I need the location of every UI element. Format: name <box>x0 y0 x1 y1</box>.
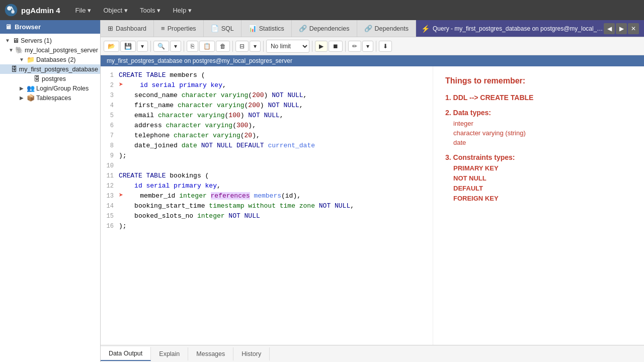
code-line-10: 10 <box>101 161 433 171</box>
line-num-9: 9 <box>101 151 119 161</box>
sidebar-tree: ▼ 🖥 Servers (1) ▼ 🐘 my_local_postgres_se… <box>0 34 100 362</box>
note-sub-2-2: date <box>453 139 632 146</box>
close-tab-button[interactable]: ✕ <box>628 23 639 34</box>
content-area: ⊞ Dashboard ≡ Properties 📄 SQL 📊 Statist… <box>101 20 644 362</box>
dbpath-label: my_first_postgres_database on postgres@m… <box>107 57 292 64</box>
toolbar-sep-1 <box>150 41 151 52</box>
sidebar-header: 🖥 Browser <box>0 20 100 34</box>
code-line-7: 7 telephone character varying(20), <box>101 131 433 141</box>
tab-sql[interactable]: 📄 SQL <box>204 20 242 37</box>
search-dropdown-button[interactable]: ▾ <box>170 41 181 52</box>
tree-item-loginroles[interactable]: ▶ 👥 Login/Group Roles <box>0 83 100 93</box>
line-num-3: 3 <box>101 90 119 101</box>
tab-statistics[interactable]: 📊 Statistics <box>242 20 292 37</box>
query-tab[interactable]: ⚡ Query - my_first_postgres_database on … <box>416 20 644 37</box>
query-tab-label: Query - my_first_postgres_database on po… <box>433 25 604 32</box>
bottom-tabs: Data Output Explain Messages History <box>101 345 644 362</box>
btab-messages[interactable]: Messages <box>188 347 233 360</box>
toolbar-sep-7 <box>376 41 376 52</box>
line-content-7: telephone character varying(20), <box>119 131 433 141</box>
open-file-button[interactable]: 📂 <box>104 41 119 52</box>
help-menu[interactable]: Help ▾ <box>168 5 197 16</box>
limit-select[interactable]: No limit 100 rows 500 rows 1000 rows <box>266 40 309 53</box>
next-tab-button[interactable]: ▶ <box>616 23 627 34</box>
tab-dependencies[interactable]: 🔗 Dependencies <box>292 20 357 37</box>
tree-item-servers[interactable]: ▼ 🖥 Servers (1) <box>0 36 100 45</box>
tree-item-postgres[interactable]: 🗄 postgres <box>0 74 100 83</box>
edit-dropdown-button[interactable]: ▾ <box>362 41 373 52</box>
tools-menu[interactable]: Tools ▾ <box>135 5 166 16</box>
postgres-icon: 🗄 <box>34 75 40 82</box>
dashboard-icon: ⊞ <box>108 25 113 32</box>
toolbar-sep-4 <box>263 41 264 52</box>
db1-icon: 🗄 <box>11 65 18 73</box>
file-menu[interactable]: File ▾ <box>70 5 97 16</box>
tab-sql-label: SQL <box>221 25 234 32</box>
btab-explain[interactable]: Explain <box>151 347 188 360</box>
code-line-9: 9 ); <box>101 151 433 161</box>
save-dropdown-button[interactable]: ▾ <box>137 41 148 52</box>
code-line-2: 2 ➤ id serial primary key, <box>101 80 433 90</box>
svg-point-1 <box>7 6 12 11</box>
tab-properties[interactable]: ≡ Properties <box>154 20 204 37</box>
tree-item-server1[interactable]: ▼ 🐘 my_local_postgres_server <box>0 45 100 55</box>
tab-dependencies-label: Dependencies <box>309 25 350 32</box>
toolbar: 📂 💾 ▾ 🔍 ▾ ⎘ 📋 🗑 ⊟ ▾ No limit 100 rows 50… <box>101 37 644 55</box>
toolbar-sep-6 <box>345 41 346 52</box>
code-line-13: 13 ➤ member_id integer references member… <box>101 191 433 201</box>
line-num-4: 4 <box>101 101 119 111</box>
tree-toggle-databases[interactable]: ▼ <box>18 57 25 62</box>
code-editor[interactable]: 1 CREATE TABLE members ( 2 ➤ id serial p… <box>101 66 433 345</box>
line-num-5: 5 <box>101 111 119 121</box>
tree-toggle-server1[interactable]: ▼ <box>9 47 14 53</box>
note-sub-2-0: integer <box>453 120 632 127</box>
toolbar-sep-3 <box>232 41 233 52</box>
tree-item-db1[interactable]: 🗄 my_first_postgres_database <box>0 64 100 74</box>
tablespaces-icon: 📦 <box>27 94 35 102</box>
tab-properties-label: Properties <box>168 25 196 32</box>
tab-dashboard-label: Dashboard <box>116 25 146 32</box>
postgres-label: postgres <box>42 75 66 82</box>
filter-dropdown-button[interactable]: ▾ <box>250 41 261 52</box>
tab-statistics-label: Statistics <box>259 25 284 32</box>
note-heading-1: 1. DDL --> CREATE TABLE <box>445 94 632 102</box>
dependents-icon: 🔗 <box>364 25 372 32</box>
btab-data-output[interactable]: Data Output <box>101 347 151 361</box>
tree-toggle-loginroles[interactable]: ▶ <box>18 85 25 91</box>
line-content-6: address character varying(300), <box>119 121 433 131</box>
filter-button[interactable]: ⊟ <box>235 41 249 52</box>
line-num-10: 10 <box>101 161 119 171</box>
paste-button[interactable]: 📋 <box>199 41 215 52</box>
servers-label: Servers (1) <box>21 37 52 44</box>
server1-label: my_local_postgres_server <box>25 47 98 54</box>
sidebar: 🖥 Browser ▼ 🖥 Servers (1) ▼ 🐘 my_local_p… <box>0 20 101 362</box>
line-content-14: booking_start_time timestamp without tim… <box>119 201 433 211</box>
tab-dependents[interactable]: 🔗 Dependents <box>357 20 416 37</box>
line-num-14: 14 <box>101 201 119 211</box>
object-menu[interactable]: Object ▾ <box>98 5 133 16</box>
btab-history[interactable]: History <box>233 347 270 360</box>
execute-button[interactable]: ▶ <box>315 41 328 52</box>
delete-button[interactable]: 🗑 <box>216 41 230 52</box>
loginroles-label: Login/Group Roles <box>36 85 89 92</box>
edit-button[interactable]: ✏ <box>348 41 361 52</box>
topbar: pgAdmin 4 File ▾ Object ▾ Tools ▾ Help ▾ <box>0 0 644 20</box>
download-button[interactable]: ⬇ <box>379 41 392 52</box>
prev-tab-button[interactable]: ◀ <box>604 23 615 34</box>
main-container: 🖥 Browser ▼ 🖥 Servers (1) ▼ 🐘 my_local_p… <box>0 20 644 362</box>
tree-toggle-servers[interactable]: ▼ <box>4 38 11 43</box>
loginroles-icon: 👥 <box>27 84 35 92</box>
code-line-6: 6 address character varying(300), <box>101 121 433 131</box>
tree-item-databases[interactable]: ▼ 📁 Databases (2) <box>0 55 100 64</box>
line-num-2: 2 <box>101 80 119 90</box>
tab-dashboard[interactable]: ⊞ Dashboard <box>101 20 154 37</box>
arrow-13: ➤ <box>119 191 123 201</box>
save-button[interactable]: 💾 <box>120 41 136 52</box>
note-constraint-3-1: NOT NULL <box>453 174 632 182</box>
code-line-4: 4 first_name character varying(200) NOT … <box>101 101 433 111</box>
tree-item-tablespaces[interactable]: ▶ 📦 Tablespaces <box>0 93 100 103</box>
stop-button[interactable]: ⏹ <box>329 41 343 52</box>
tree-toggle-tablespaces[interactable]: ▶ <box>18 95 25 101</box>
search-button[interactable]: 🔍 <box>153 41 169 52</box>
copy-button[interactable]: ⎘ <box>187 41 198 52</box>
